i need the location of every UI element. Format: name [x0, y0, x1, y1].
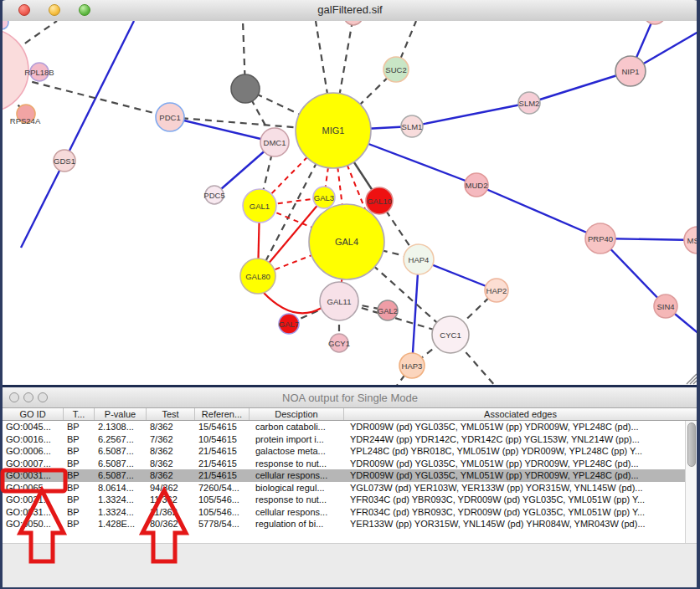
cell-reference: 105/546... [195, 494, 250, 506]
table-row[interactable]: GO:0006...BP6.5087...8/36221/54615galact… [3, 445, 685, 458]
node-label-GAL80: GAL80 [245, 272, 270, 281]
cell-associated_edges: YDR244W (pp) YDR142C, YDR142C (pp) YGL15… [344, 433, 685, 446]
button-panel: Save Cancel [0, 543, 700, 587]
network-window-title: galFiltered.sif [0, 3, 700, 16]
cell-test: 8/362 [147, 421, 195, 433]
node-label-SLM1: SLM1 [402, 122, 423, 131]
cell-reference: 10/54615 [195, 433, 250, 446]
table-row[interactable]: GO:0031...BP1.3324...11/362105/546...cel… [3, 506, 685, 519]
node-label-PDC5: PDC5 [203, 191, 224, 200]
node-label-HAP3: HAP3 [402, 361, 423, 371]
vertical-scrollbar[interactable] [685, 421, 697, 543]
cell-type: BP [64, 518, 95, 530]
node-label-GDS1: GDS1 [54, 156, 75, 166]
table-row[interactable]: GO:0065...BP8.0614...94/3627260/54...bio… [3, 482, 685, 494]
cell-test: 8/362 [147, 445, 195, 458]
cell-p_value: 6.5087... [95, 445, 147, 458]
cell-description: galactose meta... [250, 445, 344, 458]
cell-test: 94/362 [147, 482, 195, 494]
cell-type: BP [64, 458, 95, 470]
cell-associated_edges: YPL248C (pd) YBR018C, YML051W (pp) YDR00… [344, 445, 685, 458]
node-label-HAP2: HAP2 [486, 286, 507, 295]
cell-associated_edges: YDR009W (pd) YGL035C, YML051W (pp) YDR00… [344, 458, 685, 470]
cell-reference: 21/54615 [195, 458, 250, 470]
node-label-RPL18B: RPL18B [24, 68, 54, 77]
scrollbar-thumb[interactable] [687, 423, 696, 467]
cell-test: 11/362 [147, 506, 195, 519]
node-top-mid[interactable] [344, 21, 363, 25]
cell-reference: 105/546... [195, 506, 250, 519]
network-canvas[interactable]: RPL18BRPS24AGDS1PDC1DMC1SUC2MIG1SLM1SLM2… [0, 21, 700, 385]
cell-type: BP [64, 445, 95, 458]
node-gray-node[interactable] [231, 74, 260, 103]
column-header-reference[interactable]: Referen... [195, 408, 250, 420]
node-label-GAL3: GAL3 [314, 193, 334, 202]
cell-test: 8/362 [147, 469, 195, 482]
node-label-GAL7: GAL7 [279, 320, 299, 329]
column-header-p_value[interactable]: P-value [95, 408, 147, 420]
node-label-GAL4: GAL4 [335, 237, 358, 247]
cell-go_id: GO:0016... [3, 433, 64, 446]
column-header-description[interactable]: Desciption [250, 408, 344, 420]
column-header-test[interactable]: Test [147, 408, 195, 420]
column-header-go_id[interactable]: GO ID [3, 408, 64, 420]
edge-blue [21, 161, 64, 248]
node-top-right[interactable] [644, 21, 666, 24]
node-label-PDC1: PDC1 [159, 113, 180, 122]
table-row[interactable]: GO:0031...BP6.5087...8/36221/54615cellul… [3, 469, 685, 482]
node-label-MIG1: MIG1 [322, 125, 345, 136]
cell-associated_edges: YDR009W (pd) YGL035C, YML051W (pp) YDR00… [344, 469, 685, 482]
cell-description: response to nut... [250, 458, 344, 470]
cell-type: BP [64, 421, 95, 433]
cell-go_id: GO:0031... [3, 469, 64, 482]
cell-go_id: GO:0031... [3, 506, 64, 519]
cell-description: carbon cataboli... [250, 421, 344, 433]
table-header: GO IDT...P-valueTestReferen...Desciption… [3, 408, 697, 421]
cell-p_value: 6.2567... [95, 433, 147, 446]
edge-blue [412, 103, 529, 126]
cell-p_value: 1.3324... [95, 506, 147, 519]
cell-type: BP [64, 482, 95, 494]
cell-description: biological regul... [250, 482, 344, 494]
cell-description: regulation of bi... [250, 518, 344, 530]
node-label-PRP40: PRP40 [588, 234, 613, 243]
network-window-titlebar[interactable]: galFiltered.sif [0, 0, 700, 22]
cell-p_value: 8.0614... [95, 482, 147, 494]
cell-description: protein import i... [250, 433, 344, 446]
resize-grip-line [693, 381, 697, 384]
node-label-HAP4: HAP4 [409, 255, 430, 264]
table-row[interactable]: GO:0016...BP6.2567...7/36210/54615protei… [3, 433, 685, 446]
cell-description: response to nut... [250, 494, 344, 506]
cell-type: BP [64, 433, 95, 446]
table-row[interactable]: GO:0031...BP1.3324...11/362105/546...res… [3, 494, 685, 506]
cell-p_value: 2.1308... [95, 421, 147, 433]
cell-test: 8/362 [147, 458, 195, 470]
column-header-associated_edges[interactable]: Associated edges [344, 408, 697, 420]
cell-test: 11/362 [147, 494, 195, 506]
column-header-type[interactable]: T... [64, 408, 95, 420]
edge-blue [64, 21, 134, 161]
cell-reference: 5778/54... [195, 518, 250, 530]
node-label-GAL10: GAL10 [367, 197, 392, 206]
cell-test: 7/362 [147, 433, 195, 446]
cell-reference: 7260/54... [195, 482, 250, 494]
table-row[interactable]: GO:0007...BP6.5087...8/36221/54615respon… [3, 458, 685, 470]
noa-window-titlebar[interactable]: NOA output for Single Mode [0, 387, 700, 408]
cell-reference: 21/54615 [195, 445, 250, 458]
cell-p_value: 6.5087... [95, 469, 147, 482]
cell-go_id: GO:0007... [3, 458, 64, 470]
node-label-GAL11: GAL11 [327, 297, 352, 306]
cell-reference: 15/54615 [195, 421, 250, 433]
cell-p_value: 1.3324... [95, 494, 147, 506]
node-corner-tl[interactable] [0, 21, 8, 29]
edge-blue [529, 71, 631, 103]
table-empty-area [3, 530, 697, 543]
table-row[interactable]: GO:0050...BP1.428E...80/3625778/54...reg… [3, 518, 685, 530]
node-label-DMC1: DMC1 [264, 138, 286, 147]
node-label-RPS24A: RPS24A [10, 116, 41, 125]
cell-associated_edges: YFR034C (pd) YBR093C, YDR009W (pd) YGL03… [344, 494, 685, 506]
cell-go_id: GO:0045... [3, 421, 64, 433]
cell-associated_edges: YDR009W (pd) YGL035C, YML051W (pp) YDR00… [344, 421, 685, 433]
table-row[interactable]: GO:0045...BP2.1308...8/36215/54615carbon… [3, 421, 685, 433]
node-label-GAL2: GAL2 [378, 306, 398, 315]
